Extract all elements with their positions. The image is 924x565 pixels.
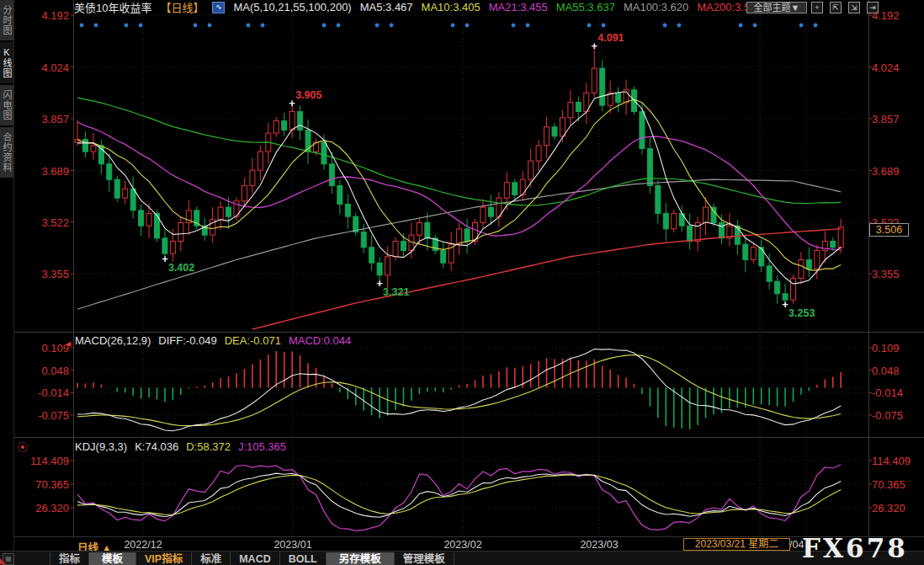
y-axis-label: 0.048 [12, 365, 69, 377]
sidebar-tab-3[interactable]: 合约资料 [0, 127, 13, 178]
scale-axis-right-icon[interactable]: ⇲ [848, 2, 860, 13]
toolbar-item-4[interactable]: MACD [230, 552, 279, 565]
y-axis-label: 3.857 [872, 113, 900, 125]
chart-canvas[interactable] [0, 0, 924, 565]
kdj-header-part-3: J:105.365 [238, 440, 286, 453]
extreme-cross-marker: + [162, 255, 168, 264]
ma-legend-item-2: MA10:3.405 [422, 1, 481, 13]
price-annotation: 4.091 [597, 32, 624, 44]
toolbar-item-3[interactable]: 标准 [191, 552, 230, 565]
sidebar-tab-2[interactable]: 闪电图 [0, 85, 13, 125]
macd-header-part-1: DIFF:-0.049 [158, 334, 216, 347]
extreme-cross-marker: + [591, 42, 597, 51]
y-axis-label: 3.689 [12, 165, 69, 178]
month-label-0: 2022/12 [124, 539, 162, 551]
y-axis-label: 0.109 [872, 342, 900, 354]
y-axis-label: 3.355 [12, 268, 69, 280]
y-axis-label: 114.409 [12, 455, 69, 467]
extreme-cross-marker: + [376, 280, 383, 288]
y-axis-label: 0.109 [12, 342, 69, 354]
theme-dropdown-button[interactable]: 全部主题▼ [746, 2, 807, 13]
ma-legend-item-0: MA(5,10,21,55,100,200) [233, 1, 351, 13]
y-axis-label: 4.024 [12, 61, 69, 74]
y-axis-label: 3.689 [872, 165, 900, 178]
chart-header: 美债10年收益率 【日线】 ∿ MA(5,10,21,55,100,200)MA… [74, 0, 756, 14]
bottom-toolbar: ▦ 指标模板VIP指标标准MACDBOLL另存模板管理模板 [0, 551, 924, 565]
indicator-settings-icon[interactable] [18, 442, 28, 452]
y-axis-label: 3.522 [12, 216, 69, 229]
ma-legend-item-5: MA100:3.620 [624, 1, 688, 13]
y-axis-label: 4.024 [872, 61, 900, 74]
month-label-2: 2023/02 [443, 539, 481, 551]
toolbar-item-1[interactable]: 模板 [88, 552, 135, 565]
macd-header-part-0: MACD(26,12,9) [75, 334, 151, 347]
settings-icon-dot [21, 445, 24, 449]
y-axis-label: 3.355 [872, 268, 900, 280]
macd-header-part-3: MACD:0.044 [289, 334, 351, 347]
y-axis-label: -0.014 [12, 386, 69, 399]
y-axis-label: 0.048 [872, 365, 900, 377]
ma-legend-item-3: MA21:3.455 [489, 1, 548, 13]
period-tag: 【日线】 [160, 0, 204, 15]
sidebar-tab-0[interactable]: 分时图 [0, 0, 13, 40]
y-axis-label: 3.857 [12, 113, 69, 125]
y-axis-label: -0.075 [872, 409, 903, 422]
y-axis-label: -0.075 [12, 409, 69, 422]
last-price-badge: 3.506 [869, 223, 909, 237]
price-annotation: 3.402 [168, 262, 194, 274]
instrument-title: 美债10年收益率 [74, 0, 151, 15]
y-axis-label: 70.365 [12, 478, 69, 491]
selected-date-badge: 2023/03/21 星期二 [683, 538, 790, 551]
toolbar-item-7[interactable]: 管理模板 [394, 552, 454, 565]
y-axis-label: -0.014 [872, 386, 903, 399]
toolbar-item-0[interactable]: 指标 [50, 552, 88, 565]
resize-corner-icon [0, 558, 6, 564]
chart-type-sidebar: 分时图K线图闪电图合约资料 [0, 0, 14, 565]
extreme-cross-marker: + [289, 99, 295, 108]
time-axis-row: 日线 ▲ 2022/122023/012023/022023/03/04 202… [0, 536, 924, 552]
y-axis-label: 70.365 [872, 478, 905, 491]
kdj-header: KDJ(9,3,3)K:74.036D:58.372J:105.365 [75, 440, 286, 453]
mini-chart-icon: ∿ [212, 2, 225, 13]
toolbar-item-2[interactable]: VIP指标 [135, 552, 191, 565]
trading-app-window: 分时图K线图闪电图合约资料 美债10年收益率 【日线】 ∿ MA(5,10,21… [0, 0, 924, 565]
sidebar-tab-1[interactable]: K线图 [0, 42, 13, 83]
ma-legend: MA(5,10,21,55,100,200)MA5:3.467MA10:3.40… [233, 1, 756, 13]
scale-axis-left-icon[interactable]: ⇱ [830, 2, 842, 13]
pane-collapse-arrow-icon[interactable]: ◀ [66, 340, 71, 348]
kdj-header-part-2: D:58.372 [186, 440, 231, 453]
y-axis-label: 26.320 [872, 502, 905, 514]
toolbar-item-6[interactable]: 另存模板 [326, 552, 394, 565]
fx678-watermark: FX678 [802, 533, 908, 563]
toolbar-item-5[interactable]: BOLL [279, 552, 326, 565]
macd-header-part-2: DEA:-0.071 [225, 334, 281, 347]
pan-icon[interactable]: + [811, 2, 823, 13]
toolbar-items: 指标模板VIP指标标准MACDBOLL另存模板管理模板 [50, 552, 454, 565]
kdj-header-part-1: K:74.036 [135, 440, 178, 453]
month-label-3: 2023/03 [580, 539, 618, 551]
price-annotation: 3.905 [295, 89, 321, 101]
kdj-header-part-0: KDJ(9,3,3) [75, 440, 127, 453]
y-axis-label: 114.409 [872, 455, 911, 467]
month-label-1: 2023/01 [273, 539, 311, 551]
price-annotation: 3.253 [789, 307, 815, 319]
price-annotation: 3.321 [383, 286, 409, 298]
y-axis-label: 4.192 [12, 9, 69, 22]
extreme-cross-marker: + [782, 301, 789, 309]
y-axis-label: 26.320 [12, 502, 69, 514]
y-axis-label: 4.192 [872, 9, 900, 22]
chart-window-icons: +⇱⇲⇥ [811, 2, 879, 13]
ma-legend-item-4: MA55:3.637 [556, 1, 615, 13]
ma-legend-item-1: MA5:3.467 [360, 1, 413, 13]
macd-header: MACD(26,12,9)DIFF:-0.049DEA:-0.071MACD:0… [75, 334, 351, 347]
